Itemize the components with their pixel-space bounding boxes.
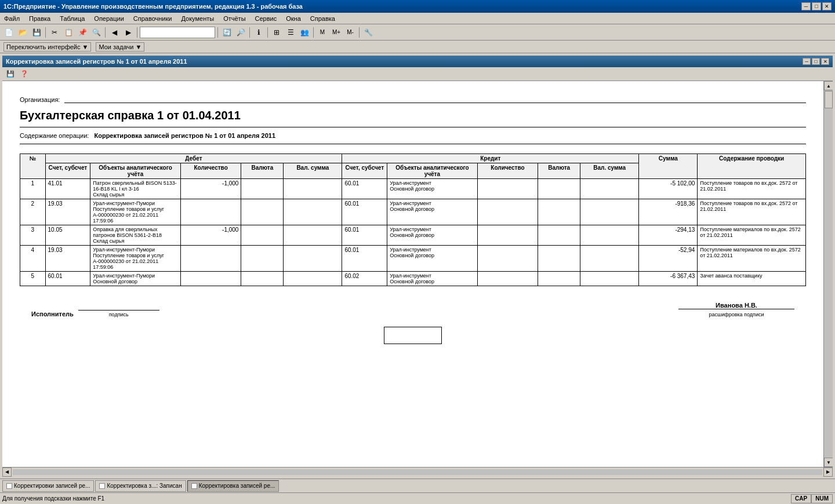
cell-debet-currency <box>241 199 284 225</box>
toolbar-btn-info[interactable]: ℹ <box>252 26 265 39</box>
h-scroll-right-btn[interactable]: ▶ <box>823 468 833 477</box>
cap-indicator: CAP <box>791 494 811 503</box>
sig-name: Иванова Н.В. <box>716 302 757 309</box>
inner-minimize-btn[interactable]: ─ <box>803 58 811 65</box>
toolbar-btn-list[interactable]: ☰ <box>284 26 297 39</box>
toolbar-sep-8 <box>359 27 360 38</box>
cell-no: 2 <box>20 199 46 225</box>
menu-edit[interactable]: Правка <box>27 14 52 23</box>
vs-thumb[interactable] <box>825 91 833 108</box>
toolbar-btn-mminus[interactable]: M- <box>344 26 357 39</box>
inner-close-btn[interactable]: ✕ <box>821 58 829 65</box>
toolbar-search-input[interactable] <box>140 27 215 38</box>
vs-down-btn[interactable]: ▼ <box>824 458 833 467</box>
document-area[interactable]: Организация: Бухгалтерская справка 1 от … <box>2 81 823 467</box>
cell-kredit-valsumma <box>580 225 639 246</box>
title-bar-buttons: ─ □ ✕ <box>801 2 832 10</box>
sig-name-line: Иванова Н.В. <box>678 298 794 309</box>
cell-kredit-account: 60.01 <box>342 199 387 225</box>
h-scroll-area: ◀ ▶ <box>2 467 833 476</box>
menu-help[interactable]: Справка <box>308 14 337 23</box>
th-content: Содержание проводки <box>698 154 806 179</box>
task-btn-3[interactable]: Корректировка записей ре... <box>187 480 279 492</box>
doc-and-scroll: Организация: Бухгалтерская справка 1 от … <box>2 81 833 467</box>
toolbar-btn-paste[interactable]: 📌 <box>76 26 89 39</box>
menu-operations[interactable]: Операции <box>92 14 125 23</box>
cell-debet-objects: Урал-инструмент-ПумориОсновной договор <box>90 272 181 286</box>
sig-decode-label: расшифровка подписи <box>709 312 764 317</box>
menu-service[interactable]: Сервис <box>253 14 279 23</box>
status-text: Для получения подсказки нажмите F1 <box>2 495 104 502</box>
th-debet: Дебет <box>45 154 342 163</box>
th-kredit-objects: Объекты аналитического учёта <box>387 163 478 179</box>
menu-file[interactable]: Файл <box>2 14 21 23</box>
taskbar: Корректировки записей ре... Корректировк… <box>0 479 835 492</box>
toolbar-btn-refresh[interactable]: 🔄 <box>220 26 233 39</box>
toolbar-btn-m[interactable]: M <box>316 26 329 39</box>
org-label: Организация: <box>20 96 60 103</box>
num-indicator: NUM <box>811 494 833 503</box>
vs-up-btn[interactable]: ▲ <box>824 81 833 90</box>
toolbar-btn-back[interactable]: ◀ <box>108 26 121 39</box>
toolbar-sep-3 <box>137 27 137 38</box>
table-row: 5 60.01 Урал-инструмент-ПумориОсновной д… <box>20 272 806 286</box>
th-debet-valsumma: Вал. сумма <box>284 163 342 179</box>
toolbar-btn-2[interactable]: 📂 <box>16 26 29 39</box>
th-debet-schet: Счет, субсчет <box>45 163 90 179</box>
cell-summa: -6 367,43 <box>639 272 698 286</box>
inner-maximize-btn[interactable]: □ <box>812 58 820 65</box>
cell-kredit-currency <box>538 179 580 199</box>
cell-debet-qty: -1,000 <box>180 179 241 199</box>
cell-kredit-objects: Урал-инструментОсновной договор <box>387 246 478 272</box>
toolbar-btn-save[interactable]: 💾 <box>30 26 43 39</box>
cell-no: 5 <box>20 272 46 286</box>
toolbar-btn-1[interactable]: 📄 <box>2 26 15 39</box>
vertical-scrollbar[interactable]: ▲ ▼ <box>823 81 833 467</box>
menu-references[interactable]: Справочники <box>132 14 174 23</box>
inner-help-btn[interactable]: ❓ <box>19 69 30 79</box>
cell-kredit-valsumma <box>580 272 639 286</box>
toolbar-btn-forward[interactable]: ▶ <box>122 26 135 39</box>
toolbar-btn-grid[interactable]: ⊞ <box>270 26 283 39</box>
menu-windows[interactable]: Окна <box>284 14 303 23</box>
cell-kredit-qty <box>477 246 538 272</box>
th-kredit-valsumma: Вал. сумма <box>580 163 639 179</box>
minimize-button[interactable]: ─ <box>801 2 811 10</box>
h-scroll-left-btn[interactable]: ◀ <box>2 468 12 477</box>
toolbar-sep-7 <box>313 27 314 38</box>
menu-table[interactable]: Таблица <box>58 14 86 23</box>
toolbar-btn-find[interactable]: 🔎 <box>234 26 247 39</box>
cell-debet-qty <box>180 246 241 272</box>
toolbar-btn-tool[interactable]: 🔧 <box>362 26 375 39</box>
cell-kredit-objects: Урал-инструментОсновной договор <box>387 179 478 199</box>
cell-debet-objects: Урал-инструмент-ПумориПоступление товаро… <box>90 246 181 272</box>
close-button[interactable]: ✕ <box>822 2 832 10</box>
toolbar-btn-cut[interactable]: ✂ <box>48 26 61 39</box>
table-row: 4 19.03 Урал-инструмент-ПумориПоступлени… <box>20 246 806 272</box>
inner-save-btn[interactable]: 💾 <box>5 69 16 79</box>
switch-interface-btn[interactable]: Переключить интерфейс ▼ <box>3 42 91 52</box>
content-line: Содержание операции: Корректировка запис… <box>20 132 806 144</box>
cell-debet-qty <box>180 272 241 286</box>
task-btn-1[interactable]: Корректировки записей ре... <box>2 480 94 492</box>
cell-kredit-qty <box>477 225 538 246</box>
task-btn-2[interactable]: Корректировка з...: Записан <box>95 480 186 492</box>
toolbar-sep-4 <box>217 27 218 38</box>
toolbar-sep-6 <box>267 27 268 38</box>
th-kredit: Кредит <box>342 154 639 163</box>
maximize-button[interactable]: □ <box>812 2 821 10</box>
toolbar-btn-mplus[interactable]: M+ <box>330 26 343 39</box>
cell-debet-objects: Урал-инструмент-ПумориПоступление товаро… <box>90 199 181 225</box>
cell-kredit-account: 60.01 <box>342 225 387 246</box>
toolbar-btn-5[interactable]: 🔍 <box>90 26 103 39</box>
menu-documents[interactable]: Документы <box>179 14 216 23</box>
toolbar-btn-copy[interactable]: 📋 <box>62 26 75 39</box>
cell-kredit-qty <box>477 179 538 199</box>
my-tasks-btn[interactable]: Мои задачи ▼ <box>96 42 144 52</box>
cell-debet-objects: Патрон сверлильный BISON 5133-16-B18 KL … <box>90 179 181 199</box>
menu-reports[interactable]: Отчёты <box>222 14 247 23</box>
cell-content: Поступление товаров по вх.док. 2572 от 2… <box>698 179 806 199</box>
th-kredit-schet: Счет, субсчет <box>342 163 387 179</box>
content-value: Корректировка записей регистров № 1 от 0… <box>94 132 275 139</box>
toolbar-btn-users[interactable]: 👥 <box>298 26 311 39</box>
